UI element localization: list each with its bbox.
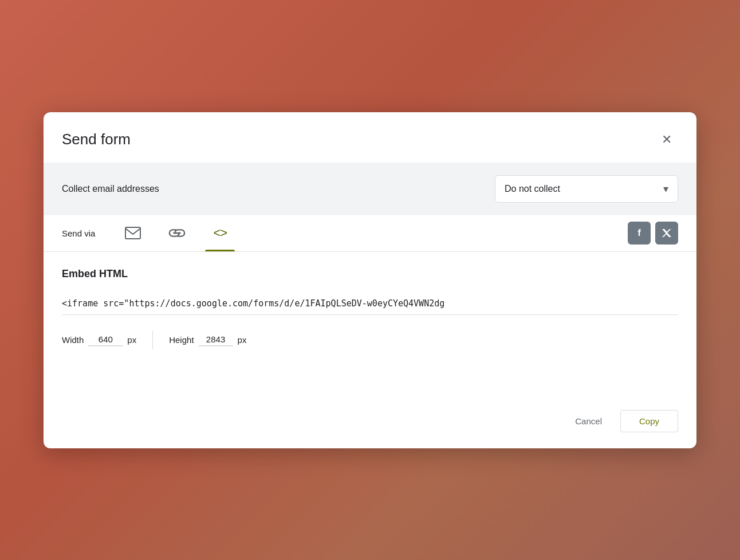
link-icon: [168, 228, 186, 238]
chevron-down-icon: ▾: [663, 183, 668, 195]
tab-email[interactable]: [111, 215, 155, 251]
height-group: Height px: [169, 333, 262, 346]
social-icons: f: [628, 222, 678, 244]
width-label: Width: [62, 335, 84, 345]
close-button[interactable]: ✕: [655, 128, 678, 151]
collect-email-value: Do not collect: [505, 184, 656, 194]
tab-link[interactable]: [155, 215, 199, 251]
facebook-icon: f: [637, 227, 641, 239]
send-via-row: Send via <>: [44, 215, 696, 252]
collect-email-dropdown[interactable]: Do not collect ▾: [495, 175, 678, 203]
email-icon: [125, 227, 141, 239]
svg-rect-0: [125, 227, 140, 239]
embed-content-area: Embed HTML <iframe src="https://docs.goo…: [44, 252, 696, 401]
cancel-button[interactable]: Cancel: [564, 411, 613, 432]
tab-embed[interactable]: <>: [199, 215, 241, 251]
facebook-button[interactable]: f: [628, 222, 651, 244]
email-collection-label: Collect email addresses: [62, 184, 159, 194]
send-form-dialog: Send form ✕ Collect email addresses Do n…: [44, 112, 696, 448]
width-group: Width px: [62, 333, 152, 346]
dialog-footer: Cancel Copy: [44, 401, 696, 448]
tabs-area: <>: [111, 215, 628, 251]
embed-icon: <>: [213, 226, 227, 240]
height-label: Height: [169, 335, 194, 345]
twitter-icon: [662, 228, 672, 238]
email-collection-bar: Collect email addresses Do not collect ▾: [44, 163, 696, 215]
send-via-label: Send via: [62, 228, 95, 238]
dimensions-row: Width px Height px: [62, 331, 678, 349]
twitter-button[interactable]: [655, 222, 678, 244]
dialog-header: Send form ✕: [44, 112, 696, 163]
embed-html-title: Embed HTML: [62, 268, 678, 280]
embed-code-display: <iframe src="https://docs.google.com/for…: [62, 293, 678, 315]
copy-button[interactable]: Copy: [620, 410, 678, 432]
width-unit: px: [127, 335, 136, 345]
height-input[interactable]: [199, 333, 233, 346]
dialog-title: Send form: [62, 131, 131, 148]
dimensions-divider: [152, 331, 153, 349]
height-unit: px: [238, 335, 247, 345]
width-input[interactable]: [88, 333, 123, 346]
